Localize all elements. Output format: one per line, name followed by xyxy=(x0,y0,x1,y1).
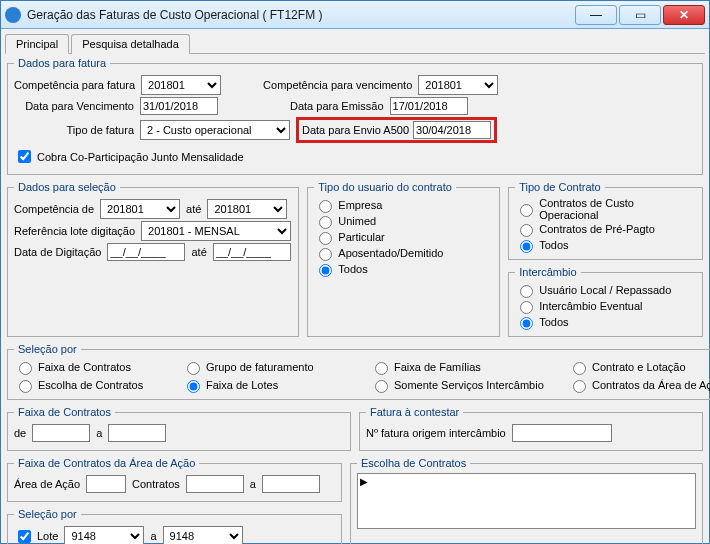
maximize-button[interactable]: ▭ xyxy=(619,5,661,25)
input-data-a500[interactable] xyxy=(413,121,491,139)
group-faixa-contratos: Faixa de Contratos de a xyxy=(7,406,351,451)
label-contrato-lotacao: Contrato e Lotação xyxy=(592,361,686,373)
label-custo-op: Contratos de Custo Operacional xyxy=(539,197,696,221)
label-comp-fatura: Competência para fatura xyxy=(14,79,135,91)
select-lote-ate[interactable]: 9148 xyxy=(163,526,243,544)
select-comp-de[interactable]: 201801 xyxy=(100,199,180,219)
tab-pesquisa-detalhada[interactable]: Pesquisa detalhada xyxy=(71,34,190,54)
select-comp-venc[interactable]: 201801 xyxy=(418,75,498,95)
radio-particular[interactable] xyxy=(319,232,332,245)
label-cobra-copart: Cobra Co-Participação Junto Mensalidade xyxy=(37,151,244,163)
select-comp-fatura[interactable]: 201801 xyxy=(141,75,221,95)
group-selecao-por: Seleção por Faixa de Contratos Grupo de … xyxy=(7,343,710,400)
radio-custo-op[interactable] xyxy=(520,204,533,217)
input-fc-a[interactable] xyxy=(108,424,166,442)
group-faixa-area: Faixa de Contratos da Área de Ação Área … xyxy=(7,457,342,502)
label-unimed: Unimed xyxy=(338,215,376,227)
radio-usuario-local[interactable] xyxy=(520,285,533,298)
label-grupo-fatur: Grupo de faturamento xyxy=(206,361,314,373)
grid-cursor-icon: ▶ xyxy=(360,476,368,487)
radio-faixa-familias[interactable] xyxy=(375,362,388,375)
group-tipo-contrato: Tipo de Contrato Contratos de Custo Oper… xyxy=(508,181,703,260)
window-title: Geração das Faturas de Custo Operacional… xyxy=(27,8,575,22)
radio-todos-contrato[interactable] xyxy=(520,240,533,253)
radio-grupo-fatur[interactable] xyxy=(187,362,200,375)
label-faixa-lotes: Faixa de Lotes xyxy=(206,379,278,391)
input-n-fatura-origem[interactable] xyxy=(512,424,612,442)
label-data-digit: Data de Digitação xyxy=(14,246,101,258)
label-data-venc: Data para Vencimento xyxy=(14,100,134,112)
group-intercambio: Intercâmbio Usuário Local / Repassado In… xyxy=(508,266,703,337)
label-todos-contrato: Todos xyxy=(539,239,568,251)
label-contratos-area: Contratos xyxy=(132,478,180,490)
input-fc-de[interactable] xyxy=(32,424,90,442)
legend-tipo-contrato: Tipo de Contrato xyxy=(515,181,605,193)
radio-todos-interc[interactable] xyxy=(520,317,533,330)
select-lote-de[interactable]: 9148 xyxy=(64,526,144,544)
label-faixa-familias: Faixa de Famílias xyxy=(394,361,481,373)
label-comp-venc: Competência para vencimento xyxy=(263,79,412,91)
legend-intercambio: Intercâmbio xyxy=(515,266,580,278)
select-ref-lote[interactable]: 201801 - MENSAL xyxy=(141,221,291,241)
label-somente-interc: Somente Serviços Intercâmbio xyxy=(394,379,544,391)
legend-selecao-por-2: Seleção por xyxy=(14,508,81,520)
radio-faixa-contratos[interactable] xyxy=(19,362,32,375)
label-todos-interc: Todos xyxy=(539,316,568,328)
label-tipo-fatura: Tipo de fatura xyxy=(14,124,134,136)
legend-tipo-usuario: Tipo do usuario do contrato xyxy=(314,181,456,193)
label-comp-de: Competência de xyxy=(14,203,94,215)
input-area-acao[interactable] xyxy=(86,475,126,493)
label-pre-pagto: Contratos de Pré-Pagto xyxy=(539,223,655,235)
label-contratos-area: Contratos da Área de Ação xyxy=(592,379,710,391)
label-todos-usuario: Todos xyxy=(338,263,367,275)
select-tipo-fatura[interactable]: 2 - Custo operacional xyxy=(140,120,290,140)
radio-escolha-contratos[interactable] xyxy=(19,380,32,393)
radio-todos-usuario[interactable] xyxy=(319,264,332,277)
legend-selecao-por: Seleção por xyxy=(14,343,81,355)
legend-faixa-area: Faixa de Contratos da Área de Ação xyxy=(14,457,199,469)
input-data-digit-de[interactable] xyxy=(107,243,185,261)
label-empresa: Empresa xyxy=(338,199,382,211)
radio-faixa-lotes[interactable] xyxy=(187,380,200,393)
label-usuario-local: Usuário Local / Repassado xyxy=(539,284,671,296)
radio-empresa[interactable] xyxy=(319,200,332,213)
input-contratos-a[interactable] xyxy=(262,475,320,493)
tab-principal[interactable]: Principal xyxy=(5,34,69,54)
check-cobra-copart[interactable] xyxy=(18,150,31,163)
label-area-acao: Área de Ação xyxy=(14,478,80,490)
close-button[interactable]: ✕ xyxy=(663,5,705,25)
label-fc-de: de xyxy=(14,427,26,439)
input-data-venc[interactable] xyxy=(140,97,218,115)
radio-interc-eventual[interactable] xyxy=(520,301,533,314)
radio-unimed[interactable] xyxy=(319,216,332,229)
label-n-fatura-origem: Nº fatura origem intercâmbio xyxy=(366,427,506,439)
app-icon xyxy=(5,7,21,23)
legend-dados-selecao: Dados para seleção xyxy=(14,181,120,193)
input-data-digit-ate[interactable] xyxy=(213,243,291,261)
input-contratos-de[interactable] xyxy=(186,475,244,493)
radio-aposentado[interactable] xyxy=(319,248,332,261)
radio-contrato-lotacao[interactable] xyxy=(573,362,586,375)
grid-escolha-contratos[interactable]: ▶ xyxy=(357,473,696,529)
input-data-emissao[interactable] xyxy=(390,97,468,115)
radio-somente-interc[interactable] xyxy=(375,380,388,393)
group-fatura-contestar: Fatura à contestar Nº fatura origem inte… xyxy=(359,406,703,451)
label-ate-digit: até xyxy=(191,246,206,258)
label-contratos-a: a xyxy=(250,478,256,490)
group-dados-fatura: Dados para fatura Competência para fatur… xyxy=(7,57,703,175)
minimize-button[interactable]: — xyxy=(575,5,617,25)
check-lote[interactable] xyxy=(18,530,31,543)
legend-fatura-contestar: Fatura à contestar xyxy=(366,406,463,418)
label-faixa-contratos: Faixa de Contratos xyxy=(38,361,131,373)
legend-faixa-contratos: Faixa de Contratos xyxy=(14,406,115,418)
label-interc-eventual: Intercâmbio Eventual xyxy=(539,300,642,312)
group-selecao-por-2: Seleção por Lote 9148 a 9148 Planilha xyxy=(7,508,342,544)
label-particular: Particular xyxy=(338,231,384,243)
group-escolha-contratos: Escolha de Contratos ▶ xyxy=(350,457,703,544)
group-tipo-usuario: Tipo do usuario do contrato Empresa Unim… xyxy=(307,181,500,337)
radio-pre-pagto[interactable] xyxy=(520,224,533,237)
select-comp-ate[interactable]: 201801 xyxy=(207,199,287,219)
label-ref-lote: Referência lote digitação xyxy=(14,225,135,237)
radio-contratos-area[interactable] xyxy=(573,380,586,393)
label-aposentado: Aposentado/Demitido xyxy=(338,247,443,259)
